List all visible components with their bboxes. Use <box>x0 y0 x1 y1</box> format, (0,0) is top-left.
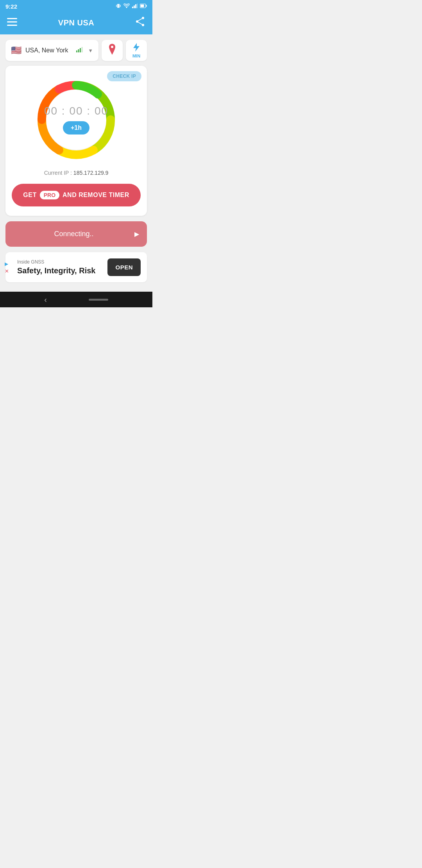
svg-rect-10 <box>7 18 17 19</box>
battery-icon <box>140 4 147 9</box>
ip-label: Current IP : <box>44 170 72 176</box>
menu-button[interactable] <box>7 18 17 27</box>
svg-rect-18 <box>76 50 77 52</box>
timer-center: 00 : 00 : 00 +1h <box>44 105 108 135</box>
svg-point-14 <box>142 24 144 26</box>
ad-indicator: ▶ ✕ <box>5 261 9 274</box>
svg-rect-3 <box>132 7 133 8</box>
svg-line-17 <box>138 22 142 25</box>
location-pin-button[interactable] <box>102 40 123 61</box>
plus-1h-button[interactable]: +1h <box>63 121 89 135</box>
dropdown-arrow-icon[interactable]: ▼ <box>88 48 93 54</box>
svg-rect-1 <box>116 5 117 7</box>
bolt-icon <box>133 43 139 54</box>
ad-content: Inside GNSS Safety, Integrity, Risk <box>17 259 107 275</box>
location-row: 🇺🇸 USA, New York ▼ <box>5 40 147 61</box>
min-button[interactable]: MIN <box>126 40 147 61</box>
connecting-button[interactable]: Connecting.. ▶ <box>5 221 147 247</box>
country-flag: 🇺🇸 <box>11 45 21 56</box>
main-content: 🇺🇸 USA, New York ▼ <box>0 34 152 288</box>
ad-arrow-icon: ▶ <box>5 261 9 266</box>
svg-rect-5 <box>135 4 136 8</box>
pro-badge: PRO <box>40 191 59 199</box>
get-pro-button[interactable]: GET PRO AND REMOVE TIMER <box>12 184 141 206</box>
ad-title: Safety, Integrity, Risk <box>17 266 107 275</box>
wifi-icon <box>123 4 130 9</box>
svg-rect-6 <box>137 4 138 8</box>
ad-close-icon[interactable]: ✕ <box>5 268 9 274</box>
back-button[interactable]: ‹ <box>44 295 47 304</box>
svg-line-16 <box>138 19 142 21</box>
nav-bar: ‹ <box>0 292 152 307</box>
svg-rect-12 <box>7 25 17 26</box>
svg-rect-8 <box>141 4 144 7</box>
play-icon: ▶ <box>134 230 139 238</box>
app-header: VPN USA <box>0 13 152 34</box>
vibrate-icon <box>116 3 121 10</box>
svg-rect-2 <box>120 5 121 7</box>
timer-card: CHECK IP <box>5 66 147 216</box>
location-name: USA, New York <box>25 47 72 54</box>
ad-open-button[interactable]: OPEN <box>107 258 141 276</box>
location-card[interactable]: 🇺🇸 USA, New York ▼ <box>5 40 98 61</box>
signal-strength-icon <box>76 47 83 54</box>
ad-banner: ▶ ✕ Inside GNSS Safety, Integrity, Risk … <box>5 252 147 282</box>
signal-icon <box>132 4 138 9</box>
svg-rect-20 <box>80 48 81 52</box>
share-button[interactable] <box>135 16 145 29</box>
svg-point-13 <box>142 17 144 19</box>
min-label: MIN <box>132 54 140 58</box>
svg-rect-9 <box>146 5 147 7</box>
timer-display: 00 : 00 : 00 <box>44 105 108 117</box>
svg-rect-21 <box>82 47 83 52</box>
donut-container: 00 : 00 : 00 +1h <box>12 77 141 163</box>
svg-rect-4 <box>134 5 135 8</box>
status-time: 9:22 <box>5 3 17 10</box>
svg-rect-11 <box>7 22 17 23</box>
get-pro-pre-text: GET <box>23 192 36 199</box>
connecting-text: Connecting.. <box>13 230 134 238</box>
status-icons <box>116 3 147 10</box>
home-indicator[interactable] <box>89 299 108 301</box>
svg-rect-19 <box>78 49 79 52</box>
ad-label: Inside GNSS <box>17 259 107 265</box>
svg-point-22 <box>111 46 113 48</box>
pin-icon <box>107 44 117 57</box>
status-bar: 9:22 <box>0 0 152 13</box>
svg-rect-0 <box>117 4 120 8</box>
ip-address: 185.172.129.9 <box>73 170 109 176</box>
get-pro-post-text: AND REMOVE TIMER <box>63 192 129 199</box>
app-title: VPN USA <box>58 18 94 27</box>
ip-info: Current IP : 185.172.129.9 <box>12 170 141 176</box>
